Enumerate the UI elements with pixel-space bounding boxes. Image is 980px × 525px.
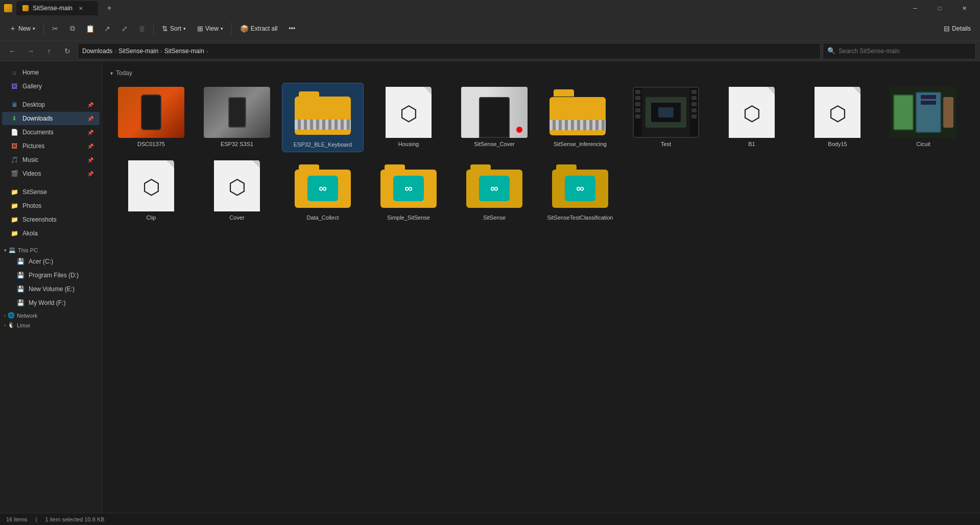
file-item-housing[interactable]: ⬡ Housing bbox=[368, 83, 449, 152]
sidebar-item-drive-e[interactable]: 💾 New Volume (E:) bbox=[8, 282, 100, 296]
sidebar-item-videos[interactable]: 🎬 Videos 📌 bbox=[2, 167, 100, 180]
fh4 bbox=[635, 108, 640, 112]
sidebar-group-linux[interactable]: › 🐧 Linux bbox=[0, 320, 102, 329]
pin-icon: 📌 bbox=[87, 102, 93, 108]
sidebar-group-network[interactable]: › 🌐 Network bbox=[0, 310, 102, 320]
device-shape bbox=[141, 94, 161, 130]
linux-chevron: › bbox=[4, 323, 6, 328]
file-item-sitsenseinf[interactable]: SitSense_inferencing bbox=[539, 83, 621, 152]
sidebar-item-home[interactable]: ⌂ Home bbox=[2, 66, 100, 79]
file-item-b1[interactable]: ⬡ B1 bbox=[711, 83, 793, 152]
more-icon: ••• bbox=[289, 25, 296, 32]
sidebar-item-sitsense[interactable]: 📁 SitSense bbox=[2, 185, 100, 199]
extract-button[interactable]: 📦 Extract all bbox=[235, 20, 283, 37]
zip-body-inf bbox=[549, 97, 606, 135]
file-item-clip[interactable]: ⬡ Clip bbox=[110, 156, 192, 225]
cube-symbol-clip: ⬡ bbox=[142, 175, 160, 199]
content-area: ▾ Today DSC01375 ESP32 S bbox=[102, 61, 980, 513]
sidebar-item-desktop[interactable]: 🖥 Desktop 📌 bbox=[2, 98, 100, 111]
cut-button[interactable]: ✂ bbox=[47, 20, 63, 37]
breadcrumb-downloads[interactable]: Downloads bbox=[82, 47, 112, 55]
move-button[interactable]: ⤢ bbox=[116, 20, 133, 37]
sidebar: ⌂ Home 🖼 Gallery 🖥 Desktop 📌 ⬇ Downloads… bbox=[0, 61, 102, 513]
share-button[interactable]: ↗ bbox=[99, 20, 115, 37]
sidebar-group-thispc[interactable]: ▾ 💻 This PC bbox=[0, 245, 102, 254]
sidebar-item-gallery[interactable]: 🖼 Gallery bbox=[2, 80, 100, 93]
file-item-sitsense[interactable]: ∞ SitSense bbox=[453, 156, 535, 225]
arduino-folder-datacollect: ∞ bbox=[295, 164, 351, 208]
search-bar[interactable]: 🔍 bbox=[823, 43, 976, 59]
more-button[interactable]: ••• bbox=[284, 20, 301, 37]
new-tab-button[interactable]: + bbox=[102, 1, 116, 15]
maximize-button[interactable]: □ bbox=[928, 0, 951, 16]
sidebar-item-downloads[interactable]: ⬇ Downloads 📌 bbox=[2, 112, 100, 125]
sidebar-item-music[interactable]: 🎵 Music 📌 bbox=[2, 153, 100, 166]
cover-device bbox=[479, 97, 510, 138]
new-chevron: ▾ bbox=[33, 26, 35, 31]
tab-close-button[interactable]: ✕ bbox=[77, 4, 85, 12]
test-video bbox=[633, 87, 699, 138]
file-item-body15[interactable]: ⬡ Body15 bbox=[797, 83, 878, 152]
new-button[interactable]: ＋ New ▾ bbox=[4, 20, 40, 37]
file-thumb-cover: ⬡ bbox=[204, 160, 270, 211]
details-button[interactable]: ⊟ Details bbox=[939, 20, 976, 37]
file-label-sitsenseclassify: SitSenseTestClassification bbox=[547, 214, 613, 221]
sidebar-item-pictures[interactable]: 🖼 Pictures 📌 bbox=[2, 139, 100, 153]
file-item-sitsenseclassify[interactable]: ∞ SitSenseTestClassification bbox=[539, 156, 621, 225]
copy-button[interactable]: ⧉ bbox=[64, 20, 81, 37]
arduino-inner: ∞ bbox=[307, 176, 338, 201]
file-item-test[interactable]: Test bbox=[625, 83, 707, 152]
fh2 bbox=[635, 96, 640, 100]
file-item-datacollect[interactable]: ∞ Data_Collect bbox=[282, 156, 364, 225]
fh10 bbox=[691, 114, 697, 118]
section-label: Today bbox=[116, 69, 132, 77]
tab-sitsense[interactable]: SitSense-main ✕ bbox=[16, 1, 98, 15]
sidebar-item-drive-f[interactable]: 💾 My World (F:) bbox=[8, 296, 100, 309]
esp-device bbox=[228, 97, 246, 128]
thispc-chevron: ▾ bbox=[4, 248, 7, 253]
cube-symbol-b1: ⬡ bbox=[743, 102, 761, 125]
file-label-b1: B1 bbox=[748, 141, 755, 147]
file-thumb-b1: ⬡ bbox=[719, 87, 785, 138]
sort-label: Sort bbox=[170, 25, 181, 32]
gallery-icon: 🖼 bbox=[10, 82, 18, 90]
sort-chevron: ▾ bbox=[183, 26, 186, 31]
file-item-esp32ble[interactable]: ESP32_BLE_Keyboard bbox=[282, 83, 364, 152]
paste-button[interactable]: 📋 bbox=[82, 20, 98, 37]
sidebar-item-drive-c[interactable]: 💾 Acer (C:) bbox=[8, 255, 100, 268]
sidebar-item-documents[interactable]: 📄 Documents 📌 bbox=[2, 126, 100, 139]
file-label-esp32s3s1: ESP32 S3S1 bbox=[221, 141, 253, 147]
file-item-cover[interactable]: ⬡ Cover bbox=[196, 156, 278, 225]
file-item-sitsensecover[interactable]: SitSense_Cover bbox=[453, 83, 535, 152]
sort-button[interactable]: ⇅ Sort ▾ bbox=[157, 20, 191, 37]
arduino-folder-sitsense: ∞ bbox=[466, 164, 522, 208]
file-item-dsc01375[interactable]: DSC01375 bbox=[110, 83, 192, 152]
zip-folder-inf bbox=[549, 89, 611, 135]
sidebar-item-drive-d[interactable]: 💾 Program Files (D:) bbox=[8, 269, 100, 282]
file-item-simplesitsense[interactable]: ∞ Simple_SitSense bbox=[368, 156, 449, 225]
breadcrumb-sitsensemain2[interactable]: SitSense-main bbox=[164, 47, 204, 55]
breadcrumb[interactable]: Downloads › SitSense-main › SitSense-mai… bbox=[78, 43, 821, 59]
back-button[interactable]: ← bbox=[4, 43, 20, 59]
refresh-button[interactable]: ↻ bbox=[59, 43, 76, 59]
minimize-button[interactable]: ─ bbox=[903, 0, 927, 16]
file-label-sitsenseinf: SitSense_inferencing bbox=[554, 141, 607, 147]
file-item-esp32s3s1[interactable]: ESP32 S3S1 bbox=[196, 83, 278, 152]
delete-button[interactable]: 🗑 bbox=[134, 20, 150, 37]
sidebar-item-akola[interactable]: 📁 Akola bbox=[2, 227, 100, 240]
forward-button[interactable]: → bbox=[22, 43, 39, 59]
file-thumb-simplesitsense: ∞ bbox=[375, 160, 442, 211]
file-grid: DSC01375 ESP32 S3S1 bbox=[110, 83, 972, 225]
fh6 bbox=[691, 90, 697, 94]
close-button[interactable]: ✕ bbox=[952, 0, 976, 16]
sidebar-gallery-label: Gallery bbox=[22, 83, 42, 90]
arduino-inner3: ∞ bbox=[479, 176, 510, 201]
view-button[interactable]: ⊞ View ▾ bbox=[192, 20, 228, 37]
file-item-cicuit[interactable]: Cicuit bbox=[882, 83, 964, 152]
film-strip-right bbox=[690, 88, 698, 137]
breadcrumb-sitsensemain1[interactable]: SitSense-main bbox=[118, 47, 158, 55]
search-input[interactable] bbox=[839, 47, 971, 55]
up-button[interactable]: ↑ bbox=[41, 43, 57, 59]
sidebar-item-photos[interactable]: 📁 Photos bbox=[2, 199, 100, 212]
sidebar-item-screenshots[interactable]: 📁 Screenshots bbox=[2, 213, 100, 226]
